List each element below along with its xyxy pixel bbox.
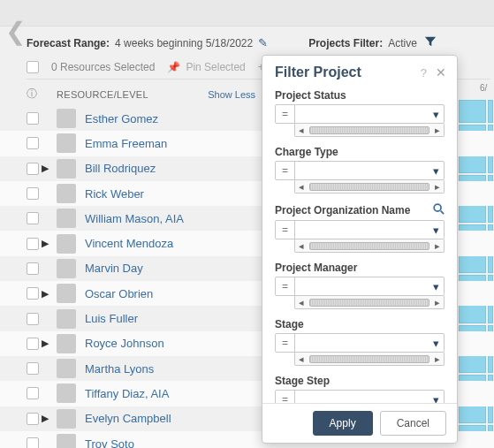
avatar (57, 109, 76, 128)
edit-forecast-icon[interactable]: ✎ (258, 36, 268, 49)
scroll-right-icon[interactable]: ▸ (431, 181, 444, 193)
resource-name-link[interactable]: Oscar Obrien (85, 287, 153, 300)
show-less-link[interactable]: Show Less (208, 89, 255, 100)
field-label: Stage (275, 318, 445, 330)
expand-icon[interactable]: ▶ (39, 288, 51, 300)
scroll-right-icon[interactable]: ▸ (431, 240, 444, 252)
resource-name-link[interactable]: Rick Weber (85, 187, 144, 201)
row-checkbox[interactable] (27, 287, 39, 300)
resource-name-link[interactable]: Emma Freeman (85, 137, 167, 150)
scroll-thumb[interactable] (309, 183, 429, 191)
operator-equals[interactable]: = (276, 221, 295, 239)
row-checkbox[interactable] (27, 212, 39, 224)
resource-name-link[interactable]: Marvin Day (85, 262, 143, 275)
row-checkbox[interactable] (27, 112, 39, 125)
scroll-left-icon[interactable]: ◂ (295, 297, 308, 308)
horizontal-scrollbar[interactable]: ◂▸ (294, 239, 445, 253)
resource-name-link[interactable]: Martha Lyons (85, 362, 154, 376)
avatar (57, 133, 76, 153)
close-icon[interactable]: ✕ (436, 65, 446, 80)
operator-equals[interactable]: = (276, 105, 295, 123)
resource-name-link[interactable]: Evelyn Campbell (85, 412, 171, 425)
resource-name-link[interactable]: Troy Soto (85, 437, 134, 449)
scroll-thumb[interactable] (309, 242, 429, 250)
expand-icon[interactable]: ▶ (39, 338, 51, 349)
expand-icon[interactable]: ▶ (39, 163, 51, 174)
horizontal-scrollbar[interactable]: ◂▸ (294, 124, 445, 137)
back-chevron[interactable]: ❮ (5, 19, 26, 44)
horizontal-scrollbar[interactable]: ◂▸ (294, 296, 445, 309)
resource-name-link[interactable]: Royce Johnson (85, 337, 164, 350)
scroll-right-icon[interactable]: ▸ (431, 297, 444, 308)
resource-name-link[interactable]: Bill Rodriquez (85, 162, 156, 175)
select-all-checkbox[interactable] (27, 61, 39, 73)
row-checkbox[interactable] (27, 163, 39, 175)
row-checkbox[interactable] (27, 437, 39, 448)
resource-name-link[interactable]: Tiffany Diaz, AIA (85, 387, 169, 400)
row-checkbox[interactable] (27, 187, 39, 200)
info-icon[interactable]: ⓘ (27, 87, 37, 102)
field-label: Project Manager (275, 262, 445, 274)
chevron-down-icon[interactable]: ▾ (428, 334, 444, 352)
avatar (57, 334, 76, 353)
chevron-down-icon[interactable]: ▾ (428, 105, 444, 123)
pin-selected-button[interactable]: 📌 Pin Selected (167, 61, 245, 73)
row-checkbox[interactable] (27, 137, 39, 149)
chevron-down-icon[interactable]: ▾ (428, 162, 444, 179)
filter-input[interactable] (295, 162, 428, 179)
scroll-left-icon[interactable]: ◂ (295, 125, 308, 136)
scroll-left-icon[interactable]: ◂ (295, 181, 308, 193)
resource-name-link[interactable]: Vincent Mendoza (85, 237, 173, 250)
filter-input[interactable] (295, 391, 428, 403)
row-checkbox[interactable] (27, 362, 39, 375)
row-checkbox[interactable] (27, 413, 39, 425)
filter-input[interactable] (295, 334, 428, 352)
row-checkbox[interactable] (27, 313, 39, 325)
row-checkbox[interactable] (27, 387, 39, 399)
operator-equals[interactable]: = (276, 162, 295, 179)
avatar (57, 383, 76, 403)
scroll-left-icon[interactable]: ◂ (295, 353, 308, 365)
operator-equals[interactable]: = (276, 334, 295, 352)
filter-combo[interactable]: =▾ (275, 333, 445, 353)
scroll-thumb[interactable] (309, 126, 429, 134)
filter-combo[interactable]: =▾ (275, 161, 445, 180)
scroll-left-icon[interactable]: ◂ (295, 240, 308, 252)
filter-combo[interactable]: =▾ (275, 104, 445, 124)
app-topbar (0, 0, 494, 27)
resource-name-link[interactable]: Esther Gomez (85, 112, 158, 125)
filter-combo[interactable]: =▾ (275, 277, 445, 296)
cancel-button[interactable]: Cancel (380, 411, 446, 436)
operator-equals[interactable]: = (276, 277, 295, 295)
filter-input[interactable] (295, 221, 428, 239)
row-checkbox[interactable] (27, 338, 39, 350)
chevron-down-icon[interactable]: ▾ (428, 277, 444, 295)
avatar (57, 284, 76, 303)
resource-name-link[interactable]: Luis Fuller (85, 312, 138, 325)
filter-icon[interactable] (424, 35, 437, 50)
horizontal-scrollbar[interactable]: ◂▸ (294, 180, 445, 194)
filter-combo[interactable]: =▾ (275, 220, 445, 239)
avatar (57, 184, 76, 203)
column-header-resource[interactable]: RESOURCE/LEVEL (57, 89, 148, 100)
scroll-thumb[interactable] (309, 299, 429, 307)
operator-equals[interactable]: = (276, 391, 295, 403)
filter-combo[interactable]: =▾ (275, 390, 445, 403)
avatar (57, 434, 76, 448)
row-checkbox[interactable] (27, 262, 39, 275)
expand-icon[interactable]: ▶ (39, 413, 51, 424)
chevron-down-icon[interactable]: ▾ (428, 391, 444, 403)
apply-button[interactable]: Apply (313, 411, 373, 436)
horizontal-scrollbar[interactable]: ◂▸ (294, 353, 445, 366)
search-icon[interactable] (432, 202, 445, 217)
resource-name-link[interactable]: William Mason, AIA (85, 212, 184, 225)
scroll-right-icon[interactable]: ▸ (431, 353, 444, 365)
scroll-right-icon[interactable]: ▸ (431, 125, 444, 136)
row-checkbox[interactable] (27, 238, 39, 250)
scroll-thumb[interactable] (309, 355, 429, 363)
filter-input[interactable] (295, 277, 428, 295)
chevron-down-icon[interactable]: ▾ (428, 221, 444, 239)
expand-icon[interactable]: ▶ (39, 238, 51, 249)
help-icon[interactable]: ? (421, 66, 427, 80)
filter-input[interactable] (295, 105, 428, 123)
